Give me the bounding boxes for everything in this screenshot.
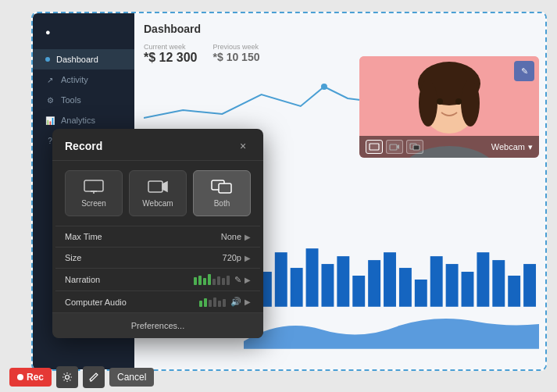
webcam-preview: ✎ Webcam ▾	[359, 56, 539, 158]
rec-dot	[17, 374, 23, 380]
audio-arrow[interactable]: ▶	[245, 298, 251, 306]
svg-rect-19	[321, 264, 334, 307]
sidebar-item-activity[interactable]: ↗ Activity	[33, 69, 134, 90]
sidebar-item-analytics[interactable]: 📊 Analytics	[33, 110, 134, 130]
sidebar-item-dashboard[interactable]: Dashboard	[33, 49, 134, 69]
sidebar-item-label: Dashboard	[56, 55, 98, 64]
settings-button[interactable]	[56, 366, 78, 388]
tools-icon: ⚙	[45, 96, 55, 105]
svg-point-6	[461, 80, 480, 127]
svg-rect-22	[368, 260, 380, 307]
svg-marker-37	[162, 182, 167, 191]
svg-point-5	[419, 80, 437, 127]
computer-audio-label: Computer Audio	[65, 298, 199, 307]
previous-week-label: Previous week	[213, 43, 260, 51]
active-indicator	[45, 57, 50, 62]
bar-chart-svg	[244, 244, 539, 307]
svg-rect-10	[390, 144, 397, 150]
rec-button[interactable]: Rec	[9, 368, 52, 387]
svg-rect-17	[291, 268, 303, 307]
vol-seg-7	[222, 278, 225, 285]
current-week-label: Current week	[144, 43, 198, 51]
svg-point-7	[437, 98, 443, 105]
mode-screen-button[interactable]: Screen	[65, 170, 123, 216]
vol-seg-1	[194, 277, 197, 285]
narration-label: Narration	[65, 275, 194, 284]
sidebar-logo: ●	[33, 21, 134, 43]
svg-point-40	[66, 376, 70, 380]
setting-narration: Narration ✎ ▶	[55, 268, 260, 290]
svg-rect-31	[508, 276, 520, 307]
edit-button[interactable]	[83, 366, 105, 388]
webcam-both-btn[interactable]	[406, 140, 423, 154]
dialog-title: Record	[65, 140, 102, 152]
svg-rect-36	[148, 181, 162, 192]
svg-rect-25	[415, 280, 427, 307]
svg-rect-23	[384, 252, 396, 307]
area-chart-svg	[244, 310, 539, 349]
max-time-value: None	[221, 232, 241, 241]
svg-rect-18	[306, 248, 319, 307]
activity-icon: ↗	[45, 76, 55, 84]
svg-rect-24	[399, 268, 412, 307]
main-container: ● Dashboard ↗ Activity ⚙ Tools 📊 Analyti…	[31, 12, 547, 371]
size-label: Size	[65, 253, 223, 262]
webcam-label: Webcam ▾	[491, 142, 533, 152]
svg-point-0	[321, 84, 327, 90]
narration-arrow[interactable]: ▶	[245, 276, 251, 284]
max-time-arrow[interactable]: ▶	[245, 233, 251, 241]
webcam-screen-btn[interactable]	[366, 140, 383, 154]
sidebar-item-label: Analytics	[61, 116, 95, 125]
rec-label: Rec	[27, 372, 44, 383]
setting-size: Size 720p ▶	[55, 247, 260, 268]
mode-webcam-button[interactable]: Webcam	[129, 170, 187, 216]
page-title: Dashboard	[144, 23, 536, 35]
cancel-button[interactable]: Cancel	[109, 368, 154, 387]
svg-rect-28	[462, 272, 474, 307]
mode-screen-label: Screen	[81, 199, 106, 208]
svg-rect-9	[370, 144, 379, 150]
record-dialog: Record × Screen Webcam	[52, 129, 263, 338]
speaker-icon: 🔊	[230, 297, 241, 307]
size-value: 720p	[223, 253, 241, 262]
svg-rect-26	[430, 256, 443, 307]
narration-pencil-icon[interactable]: ✎	[234, 275, 241, 285]
audio-volume-bar	[199, 298, 226, 307]
audio-vol-seg-3	[209, 300, 212, 307]
bottom-toolbar: Rec Cancel	[0, 362, 557, 392]
size-arrow[interactable]: ▶	[245, 254, 251, 262]
svg-rect-32	[523, 264, 536, 307]
svg-rect-39	[219, 184, 231, 193]
current-week-stat: Current week *$ 12 300	[144, 43, 198, 65]
svg-rect-30	[492, 260, 505, 307]
narration-volume-bar	[194, 274, 230, 285]
svg-rect-16	[275, 252, 287, 307]
dialog-header: Record ×	[52, 129, 263, 161]
audio-vol-seg-2	[204, 298, 207, 307]
webcam-cam-btn[interactable]	[386, 140, 403, 154]
sidebar-item-tools[interactable]: ⚙ Tools	[33, 90, 134, 110]
audio-vol-seg-5	[218, 301, 221, 307]
preferences-button[interactable]: Preferences...	[52, 312, 263, 338]
mode-both-label: Both	[214, 199, 230, 208]
svg-rect-29	[477, 252, 489, 307]
svg-rect-27	[446, 264, 459, 307]
previous-week-value: *$ 10 150	[213, 51, 260, 63]
vol-seg-8	[227, 276, 230, 285]
analytics-icon: 📊	[45, 116, 55, 125]
vol-seg-5	[212, 279, 216, 285]
charts-area	[244, 244, 539, 346]
svg-point-8	[455, 98, 462, 105]
previous-week-stat: Previous week *$ 10 150	[213, 43, 260, 65]
webcam-edit-button[interactable]: ✎	[514, 61, 534, 81]
svg-rect-21	[352, 276, 365, 307]
vol-seg-2	[198, 276, 202, 285]
vol-seg-3	[203, 278, 206, 285]
svg-rect-33	[84, 180, 103, 191]
mode-buttons: Screen Webcam Both	[52, 161, 263, 226]
audio-vol-seg-1	[199, 301, 202, 307]
mode-both-button[interactable]: Both	[193, 170, 251, 216]
audio-vol-seg-6	[223, 299, 226, 307]
webcam-dropdown-icon[interactable]: ▾	[528, 142, 533, 152]
dialog-close-button[interactable]: ×	[235, 138, 251, 154]
